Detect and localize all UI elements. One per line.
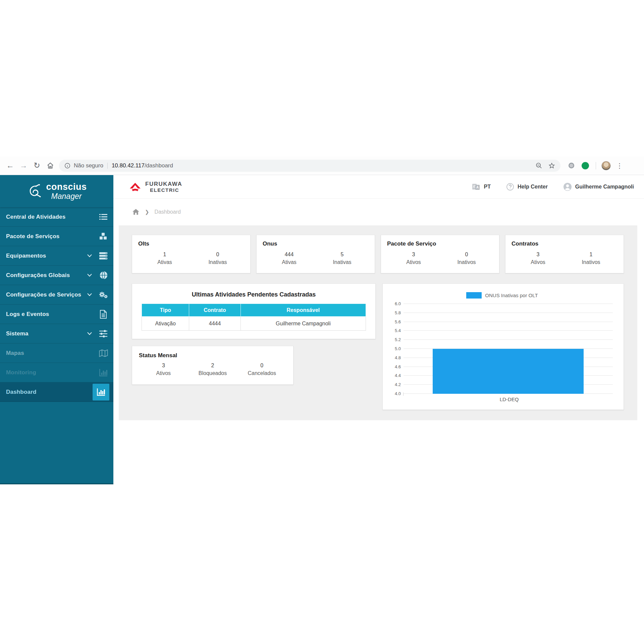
y-tick-label: 4.8 xyxy=(395,355,401,360)
chart-icon xyxy=(97,366,110,379)
bookmark-star-icon[interactable] xyxy=(548,162,555,169)
question-circle-icon xyxy=(506,183,514,191)
zoom-out-icon[interactable] xyxy=(536,162,542,169)
activities-table: TipoContratoResponsável Ativação4444Guil… xyxy=(142,304,366,331)
table-cell: Guilherme Campagnoli xyxy=(240,317,366,331)
y-tick-label: 5.0 xyxy=(395,346,401,351)
legend-swatch xyxy=(466,292,482,299)
table-header-cell: Tipo xyxy=(142,304,189,317)
brand-line1: FURUKAWA xyxy=(145,181,182,187)
activities-card: Ultimas Atividades Pendentes Cadastradas… xyxy=(132,283,376,339)
back-icon[interactable]: ← xyxy=(3,159,17,172)
url-bar[interactable]: Não seguro 10.80.42.117/dashboard xyxy=(59,160,560,172)
stat-label: Ativas xyxy=(263,258,316,266)
chart-icon xyxy=(93,384,109,400)
browser-profile-avatar[interactable] xyxy=(601,161,611,170)
sidebar-item-mapas[interactable]: Mapas xyxy=(0,343,113,363)
stat-col: 1Ativas xyxy=(138,251,191,266)
sidebar-item-label: Sistema xyxy=(6,330,29,337)
stat-col: 5Inativas xyxy=(316,251,369,266)
sidebar-item-label: Logs e Eventos xyxy=(6,311,49,318)
stat-value: 0 xyxy=(191,251,244,258)
browser-window: ← → ↻ Não seguro 10.80.42.117/dashboard xyxy=(0,156,644,486)
table-header-cell: Responsável xyxy=(240,304,366,317)
sidebar-item-monitoring[interactable]: Monitoring xyxy=(0,363,113,382)
gridline: 5.8 xyxy=(404,313,613,313)
sidebar-item-label: Mapas xyxy=(6,350,24,357)
x-axis-label: LD-DEQ xyxy=(389,396,615,402)
stat-cards-row: Olts 1Ativas0Inativas Onus 444Ativas5Ina… xyxy=(132,235,624,273)
stat-col: 3Ativos xyxy=(512,251,565,266)
extension-icon[interactable] xyxy=(569,163,574,168)
y-tick-label: 5.2 xyxy=(395,337,401,342)
sidebar-item-configura-es-globais[interactable]: Configurações Globais xyxy=(0,266,113,285)
browser-toolbar: ← → ↻ Não seguro 10.80.42.117/dashboard xyxy=(0,156,644,175)
stat-label: Ativos xyxy=(387,258,440,266)
stat-label: Ativos xyxy=(512,258,565,266)
language-selector[interactable]: A PT xyxy=(472,183,491,191)
language-label: PT xyxy=(484,184,491,190)
stat-label: Inativos xyxy=(440,258,493,266)
hangouts-extension-icon[interactable] xyxy=(582,162,589,169)
status-label: Bloqueados xyxy=(188,369,237,377)
sidebar-item-dashboard[interactable]: Dashboard xyxy=(0,382,113,402)
furukawa-mark-icon xyxy=(128,182,142,192)
sidebar-item-label: Dashboard xyxy=(6,389,37,395)
activities-title: Ultimas Atividades Pendentes Cadastradas xyxy=(142,291,366,298)
stat-value: 0 xyxy=(440,251,493,258)
bar-chart-plot: 4.04.24.44.64.85.05.25.45.65.86.0 xyxy=(404,304,613,394)
stat-col: 0Inativas xyxy=(191,251,244,266)
breadcrumb-home-icon[interactable] xyxy=(132,209,140,215)
sidebar-item-configura-es-de-servi-os[interactable]: Configurações de Serviços xyxy=(0,285,113,305)
logo-line1: conscius xyxy=(46,182,87,192)
sidebar-item-pacote-de-servi-os[interactable]: Pacote de Serviços xyxy=(0,227,113,246)
stat-card: Pacote de Serviço 3Ativos0Inativos xyxy=(381,235,499,273)
reload-icon[interactable]: ↻ xyxy=(30,159,44,172)
breadcrumb-current: Dashboard xyxy=(155,209,181,215)
status-mensal-card: Status Mensal 3Ativos2Bloqueados0Cancela… xyxy=(132,346,293,385)
home-icon[interactable] xyxy=(44,159,57,172)
table-row[interactable]: Ativação4444Guilherme Campagnoli xyxy=(142,317,366,331)
chevron-down-icon xyxy=(87,274,92,277)
chevron-down-icon xyxy=(87,293,92,296)
status-value: 0 xyxy=(237,362,286,369)
url-host: 10.80.42.117 xyxy=(112,162,145,169)
dashboard-content: Olts 1Ativas0Inativas Onus 444Ativas5Ina… xyxy=(119,225,637,420)
help-center[interactable]: Help Center xyxy=(506,183,548,191)
table-header-cell: Contrato xyxy=(189,304,240,317)
security-label[interactable]: Não seguro xyxy=(74,162,103,169)
brand-line2: ELECTRIC xyxy=(145,187,182,193)
stat-card: Olts 1Ativas0Inativas xyxy=(132,235,251,273)
stat-value: 5 xyxy=(316,251,369,258)
sidebar-item-logs-e-eventos[interactable]: Logs e Eventos xyxy=(0,305,113,324)
y-tick-label: 4.6 xyxy=(395,364,401,369)
conscius-bird-icon xyxy=(26,183,42,199)
stat-label: Inativas xyxy=(191,258,244,266)
stat-value: 3 xyxy=(387,251,440,258)
sidebar-item-central-de-atividades[interactable]: Central de Atividades xyxy=(0,207,113,227)
stat-col: 3Ativos xyxy=(387,251,440,266)
stat-value: 444 xyxy=(263,251,316,258)
status-label: Ativos xyxy=(139,369,188,377)
status-col: 3Ativos xyxy=(139,362,188,377)
bar-LD-DEQ xyxy=(433,349,583,394)
gridline: 5.4 xyxy=(404,330,613,331)
browser-menu-icon[interactable]: ⋮ xyxy=(616,162,623,170)
svg-text:A: A xyxy=(476,185,478,189)
info-icon[interactable] xyxy=(64,163,70,169)
user-menu[interactable]: Guilherme Campagnoli xyxy=(563,182,634,191)
user-name: Guilherme Campagnoli xyxy=(575,184,634,190)
forward-icon[interactable]: → xyxy=(17,159,30,172)
table-cell: Ativação xyxy=(142,317,189,331)
app-logo: conscius Manager xyxy=(0,175,113,207)
y-tick-label: 4.4 xyxy=(395,373,401,378)
stat-col: 444Ativas xyxy=(263,251,316,266)
sidebar-item-equipamentos[interactable]: Equipamentos xyxy=(0,246,113,266)
sidebar-item-label: Central de Atividades xyxy=(6,214,65,220)
stat-card-title: Onus xyxy=(263,240,369,247)
stat-label: Ativas xyxy=(138,258,191,266)
status-value: 3 xyxy=(139,362,188,369)
stat-value: 1 xyxy=(138,251,191,258)
y-tick-label: 5.6 xyxy=(395,319,401,324)
sidebar-item-sistema[interactable]: Sistema xyxy=(0,324,113,343)
